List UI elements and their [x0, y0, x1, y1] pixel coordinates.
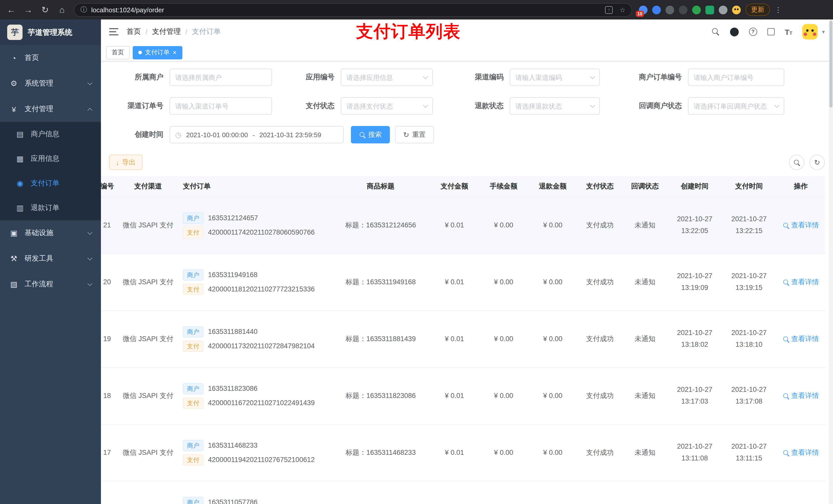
- cell-amount: ¥ 0.01: [430, 367, 479, 424]
- export-button[interactable]: ↓ 导出: [109, 155, 142, 170]
- forward-icon[interactable]: →: [23, 5, 33, 14]
- pay-status-select[interactable]: [341, 97, 433, 115]
- sidebar-toggle-icon[interactable]: [109, 28, 118, 35]
- channel-code-input[interactable]: [515, 73, 588, 81]
- view-detail-link[interactable]: 查看详情: [783, 334, 819, 343]
- view-detail-link[interactable]: 查看详情: [783, 391, 819, 400]
- card-icon: ▤: [15, 129, 25, 139]
- cell-amount: ¥ 0.01: [430, 254, 479, 310]
- bookmark-star-icon[interactable]: ☆: [620, 6, 625, 14]
- sidebar-item-workflow[interactable]: ▧ 工作流程: [0, 271, 101, 297]
- sidebar: 芋 芋道管理系统 ◔ 首页 ⚙ 系统管理 ¥ 支付管理 ▤ 商户信息: [0, 20, 101, 504]
- channel-code-select[interactable]: [510, 69, 600, 86]
- github-icon[interactable]: [730, 27, 739, 36]
- cell-notify: 未通知: [622, 254, 668, 310]
- channel-order-field[interactable]: [170, 97, 272, 115]
- merchant-order-input[interactable]: [694, 73, 779, 81]
- sidebar-item-system[interactable]: ⚙ 系统管理: [0, 71, 101, 96]
- table-header-row: 编号 支付渠道 支付订单 商品标题 支付金额 手续金额 退款金额 支付状态 回调…: [101, 176, 825, 197]
- sidebar-item-pay-order[interactable]: ◉ 支付订单: [0, 171, 101, 196]
- merchant-tag: 商户: [183, 326, 204, 337]
- cell-pay-order: 商户1635311057786 支付: [177, 481, 331, 504]
- view-detail-link[interactable]: 查看详情: [783, 278, 819, 287]
- view-detail-link[interactable]: 查看详情: [783, 220, 819, 230]
- sidebar-item-app-info[interactable]: ▦ 应用信息: [0, 146, 101, 171]
- search-icon[interactable]: [712, 28, 720, 35]
- pay-status-input[interactable]: [346, 102, 421, 110]
- notify-status-select[interactable]: [688, 97, 784, 115]
- sidebar-item-dev-tools[interactable]: ⚒ 研发工具: [0, 246, 101, 271]
- pay-order-no: 4200001181202110277723215336: [208, 285, 314, 293]
- browser-home-icon[interactable]: ⌂: [57, 5, 67, 14]
- cell-pay-order: 商户1635311468233 支付4200001194202110276752…: [177, 424, 331, 481]
- filter-label: 应用编号: [289, 73, 341, 82]
- share-icon[interactable]: ↑: [605, 6, 613, 14]
- site-info-icon[interactable]: ⓘ: [80, 5, 87, 14]
- cell-id: 20: [101, 254, 119, 310]
- sidebar-item-refund-order[interactable]: ▥ 退款订单: [0, 196, 101, 220]
- channel-order-input[interactable]: [175, 102, 266, 110]
- font-size-icon[interactable]: TT: [785, 28, 792, 35]
- cell-action: 查看详情: [776, 424, 825, 481]
- extension-icon[interactable]: 10: [639, 5, 647, 14]
- sidebar-item-home[interactable]: ◔ 首页: [0, 45, 101, 71]
- puzzle-extensions-icon[interactable]: [719, 5, 728, 14]
- col-amount: 支付金额: [430, 176, 479, 197]
- tab-home[interactable]: 首页: [106, 46, 129, 59]
- toggle-search-button[interactable]: [789, 155, 804, 170]
- pay-tag: 支付: [183, 397, 204, 408]
- merchant-input[interactable]: [175, 73, 266, 81]
- cell-created: [668, 481, 722, 504]
- scrollbar-thumb[interactable]: [829, 21, 832, 107]
- create-time-range-picker[interactable]: ◷ 2021-10-01 00:00:00 - 2021-10-31 23:59…: [170, 126, 344, 143]
- cell-fee: ¥ 0.00: [479, 424, 528, 481]
- chevron-down-icon: [590, 102, 595, 107]
- search-icon: [783, 222, 788, 228]
- merchant-order-field[interactable]: [688, 69, 784, 86]
- date-end-value: 2021-10-31 23:59:59: [260, 131, 321, 139]
- page-scrollbar[interactable]: [829, 20, 833, 504]
- table-row: 19 微信 JSAPI 支付 商户1635311881440 支付4200001…: [101, 310, 825, 367]
- view-detail-link[interactable]: 查看详情: [783, 448, 819, 457]
- search-button[interactable]: 搜索: [351, 126, 390, 143]
- reset-button[interactable]: ↻ 重置: [395, 126, 434, 143]
- breadcrumb-section[interactable]: 支付管理: [152, 27, 181, 37]
- cell-amount: ¥ 0.01: [430, 197, 479, 254]
- tab-label: 支付订单: [145, 48, 170, 57]
- sidebar-item-payment[interactable]: ¥ 支付管理: [0, 96, 101, 122]
- refund-status-input[interactable]: [515, 102, 588, 110]
- user-avatar[interactable]: [803, 24, 818, 40]
- breadcrumb-home[interactable]: 首页: [126, 27, 141, 37]
- notify-status-input[interactable]: [694, 102, 772, 110]
- browser-menu-icon[interactable]: ⋮: [775, 6, 782, 14]
- col-action: 操作: [776, 176, 825, 197]
- search-icon: [783, 450, 788, 455]
- chrome-update-button[interactable]: 更新: [745, 4, 770, 16]
- reload-icon[interactable]: ↻: [40, 5, 50, 14]
- tab-pay-order[interactable]: 支付订单 ×: [133, 46, 182, 59]
- cell-notify: 未通知: [622, 197, 668, 254]
- back-icon[interactable]: ←: [6, 5, 16, 14]
- fullscreen-icon[interactable]: [767, 28, 775, 35]
- sidebar-item-label: 退款订单: [31, 203, 60, 213]
- extension-icon[interactable]: [706, 5, 714, 14]
- grid-icon: ▦: [15, 154, 25, 163]
- address-bar[interactable]: ⓘ localhost:1024/pay/order ↑ ☆: [74, 3, 632, 17]
- help-icon[interactable]: ?: [749, 28, 757, 36]
- extension-icon[interactable]: [652, 5, 661, 14]
- sidebar-item-infrastructure[interactable]: ▣ 基础设施: [0, 220, 101, 246]
- tags-view-bar: 首页 支付订单 ×: [101, 44, 833, 62]
- user-menu-caret-icon[interactable]: ▾: [822, 28, 825, 35]
- sidebar-item-merchant-info[interactable]: ▤ 商户信息: [0, 122, 101, 146]
- sidebar-item-label: 应用信息: [31, 154, 60, 163]
- extension-icon[interactable]: [692, 5, 701, 14]
- refresh-table-button[interactable]: ↻: [809, 155, 825, 170]
- close-icon[interactable]: ×: [173, 49, 176, 56]
- extension-icon[interactable]: [665, 5, 674, 14]
- merchant-select[interactable]: [170, 69, 272, 86]
- refund-status-select[interactable]: [510, 97, 600, 115]
- app-select[interactable]: [341, 69, 433, 86]
- browser-profile-avatar[interactable]: [732, 5, 741, 14]
- app-input[interactable]: [346, 73, 421, 81]
- extension-icon[interactable]: [679, 5, 688, 14]
